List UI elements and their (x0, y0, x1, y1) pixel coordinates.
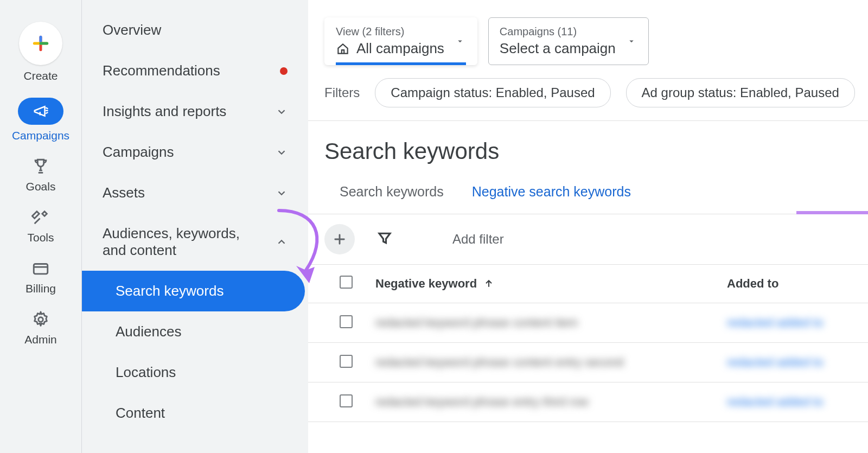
rail-item-tools[interactable]: Tools (27, 208, 54, 244)
tab-negative-search-keywords[interactable]: Negative search keywords (472, 184, 631, 214)
filter-chip-campaign-status[interactable]: Campaign status: Enabled, Paused (375, 78, 610, 107)
chevron-up-icon (276, 236, 288, 248)
chevron-down-icon (276, 106, 288, 118)
nav-label: Assets (103, 184, 145, 201)
row-checkbox[interactable] (340, 394, 353, 407)
rail-label: Goals (26, 180, 56, 193)
main-content: View (2 filters) All campaigns Campaigns… (308, 0, 868, 453)
svg-point-1 (39, 317, 43, 322)
left-rail: Create Campaigns Goals Tools Billing Adm… (0, 0, 81, 453)
campaign-selector[interactable]: Campaigns (11) Select a campaign (488, 17, 649, 65)
view-selector[interactable]: View (2 filters) All campaigns (324, 17, 477, 65)
nav-label: Insights and reports (103, 103, 226, 120)
rail-label: Tools (27, 231, 54, 244)
col-negative-keyword[interactable]: Negative keyword (375, 277, 477, 291)
nav-overview[interactable]: Overview (82, 10, 308, 50)
nav-recommendations[interactable]: Recommendations (82, 50, 308, 91)
create-label: Create (23, 69, 58, 82)
filters-label: Filters (324, 85, 360, 100)
top-selectors: View (2 filters) All campaigns Campaigns… (308, 0, 868, 65)
svg-rect-0 (34, 264, 48, 274)
nav-audiences[interactable]: Audiences (82, 311, 308, 352)
tab-active-underline (796, 211, 868, 214)
filters-row: Filters Campaign status: Enabled, Paused… (308, 65, 868, 121)
nav-label: Campaigns (103, 144, 174, 161)
gear-icon (31, 310, 50, 329)
tab-search-keywords[interactable]: Search keywords (340, 184, 444, 214)
caret-down-icon (627, 36, 636, 46)
nav-insights[interactable]: Insights and reports (82, 91, 308, 132)
row-checkbox[interactable] (340, 315, 353, 328)
card-icon (31, 259, 50, 278)
table-row: redacted keyword phrase content item red… (308, 303, 868, 343)
select-all-checkbox[interactable] (340, 276, 353, 289)
trophy-icon (31, 157, 50, 176)
filter-chip-adgroup-status[interactable]: Ad group status: Enabled, Paused (626, 78, 855, 107)
added-to-cell[interactable]: redacted added to (727, 395, 823, 409)
filter-button[interactable] (376, 230, 393, 248)
added-to-cell[interactable]: redacted added to (727, 355, 823, 369)
chevron-down-icon (276, 146, 288, 158)
tools-icon (31, 208, 50, 227)
view-selector-label: View (2 filters) (336, 25, 444, 38)
add-filter-label[interactable]: Add filter (452, 232, 504, 247)
nav-label: Overview (103, 22, 161, 39)
chevron-down-icon (276, 187, 288, 199)
view-selector-value: All campaigns (356, 40, 444, 57)
rail-label: Admin (24, 333, 57, 346)
rail-item-campaigns[interactable]: Campaigns (12, 98, 69, 142)
nav-label: Audiences (116, 323, 181, 340)
tabs: Search keywords Negative search keywords (308, 180, 868, 214)
row-checkbox[interactable] (340, 355, 353, 368)
nav-assets[interactable]: Assets (82, 173, 308, 213)
secondary-nav: Overview Recommendations Insights and re… (81, 0, 308, 453)
nav-content[interactable]: Content (82, 393, 308, 433)
campaign-selector-label: Campaigns (11) (500, 25, 616, 38)
campaign-selector-value: Select a campaign (500, 40, 616, 57)
rail-item-admin[interactable]: Admin (24, 310, 57, 346)
nav-locations[interactable]: Locations (82, 352, 308, 393)
notification-dot-icon (280, 67, 288, 75)
funnel-icon (376, 230, 393, 246)
action-row: Add filter (308, 214, 868, 265)
keyword-cell: redacted keyword phrase entry third row (375, 395, 589, 409)
table-header: Negative keyword Added to (308, 265, 868, 303)
home-icon (336, 42, 350, 56)
sort-ascending-icon (483, 278, 494, 289)
table-row: redacted keyword phrase content entry se… (308, 343, 868, 382)
nav-label: Search keywords (116, 283, 224, 299)
nav-label: Content (116, 405, 165, 421)
col-added-to[interactable]: Added to (727, 277, 868, 291)
rail-label: Campaigns (12, 129, 69, 142)
create-button[interactable]: Create (19, 22, 62, 82)
nav-campaigns[interactable]: Campaigns (82, 132, 308, 173)
plus-icon (332, 232, 347, 247)
megaphone-icon (33, 103, 49, 119)
nav-label: Locations (116, 364, 176, 380)
keyword-cell: redacted keyword phrase content item (375, 316, 578, 329)
page-title: Search keywords (308, 121, 868, 180)
rail-item-billing[interactable]: Billing (25, 259, 56, 295)
nav-audiences-keywords-content[interactable]: Audiences, keywords, and content (82, 213, 308, 271)
add-keyword-button[interactable] (324, 224, 355, 254)
rail-label: Billing (25, 282, 56, 295)
create-plus-icon (19, 22, 62, 65)
nav-label: Audiences, keywords, and content (103, 225, 260, 259)
table-row: redacted keyword phrase entry third row … (308, 382, 868, 422)
keyword-cell: redacted keyword phrase content entry se… (375, 355, 623, 369)
nav-search-keywords[interactable]: Search keywords (82, 271, 305, 311)
added-to-cell[interactable]: redacted added to (727, 316, 823, 329)
caret-down-icon (455, 36, 465, 46)
rail-item-goals[interactable]: Goals (26, 157, 56, 193)
nav-label: Recommendations (103, 62, 220, 79)
